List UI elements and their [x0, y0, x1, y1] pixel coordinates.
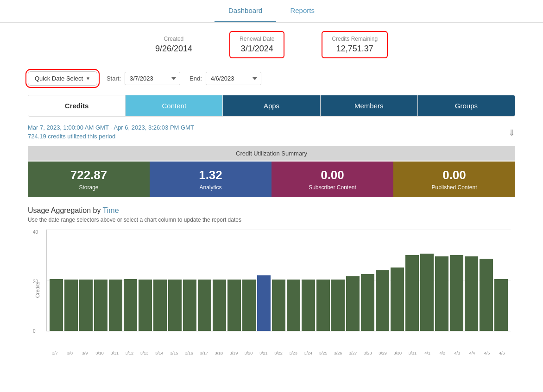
- bar-0[interactable]: [50, 279, 63, 331]
- tab-credits[interactable]: Credits: [28, 95, 126, 116]
- renewal-label: Renewal Date: [240, 36, 274, 42]
- x-label-11: 3/18: [212, 351, 226, 355]
- bar-11[interactable]: [213, 280, 226, 331]
- x-label-12: 3/19: [227, 351, 240, 355]
- x-label-23: 3/30: [391, 351, 404, 355]
- x-label-20: 3/27: [346, 351, 360, 355]
- bar-29[interactable]: [480, 259, 493, 331]
- bar-20[interactable]: [346, 276, 360, 331]
- quick-date-label: Quick Date Select: [35, 75, 83, 82]
- bar-28[interactable]: [465, 256, 478, 331]
- bar-26[interactable]: [435, 256, 448, 331]
- x-label-26: 4/2: [436, 351, 449, 355]
- x-label-24: 3/31: [406, 351, 419, 355]
- end-date-select[interactable]: 4/6/2023: [206, 72, 261, 85]
- bar-9[interactable]: [183, 280, 196, 331]
- tab-reports[interactable]: Reports: [276, 0, 328, 22]
- bar-7[interactable]: [153, 280, 167, 331]
- bar-3[interactable]: [94, 280, 107, 331]
- credit-box-published: 0.00 Published Content: [393, 162, 515, 197]
- x-label-15: 3/22: [272, 351, 285, 355]
- x-label-9: 3/16: [182, 351, 196, 355]
- credit-box-subscriber: 0.00 Subscriber Content: [272, 162, 393, 197]
- x-label-27: 4/3: [450, 351, 464, 355]
- content-tabs-bar: Credits Content Apps Members Groups: [28, 95, 515, 117]
- credits-utilized: 724.19 credits utilized this period: [28, 133, 515, 140]
- bar-25[interactable]: [420, 254, 434, 331]
- x-label-8: 3/15: [167, 351, 181, 355]
- bar-27[interactable]: [450, 255, 463, 331]
- chart-title-part2: Time: [103, 206, 119, 214]
- bar-1[interactable]: [64, 280, 78, 331]
- y-label-0: 0: [33, 329, 38, 334]
- x-label-28: 4/4: [465, 351, 479, 355]
- bar-10[interactable]: [198, 280, 211, 331]
- x-label-3: 3/10: [93, 351, 106, 355]
- x-label-13: 3/20: [242, 351, 255, 355]
- download-icon[interactable]: ⇓: [508, 128, 515, 138]
- end-date-group: End: 4/6/2023: [189, 72, 261, 85]
- bar-2[interactable]: [79, 280, 93, 331]
- published-label: Published Content: [398, 184, 511, 191]
- tab-members[interactable]: Members: [321, 95, 418, 116]
- bar-24[interactable]: [405, 255, 419, 331]
- x-label-6: 3/13: [138, 351, 151, 355]
- main-content: Credits Content Apps Members Groups Mar …: [0, 95, 543, 355]
- y-label-40: 40: [33, 230, 38, 235]
- x-label-22: 3/29: [376, 351, 389, 355]
- x-label-2: 3/9: [78, 351, 91, 355]
- chart-inner: 40 20 0: [46, 230, 511, 331]
- start-date-select[interactable]: 3/7/2023: [125, 72, 180, 85]
- x-label-10: 3/17: [197, 351, 211, 355]
- bar-18[interactable]: [316, 280, 330, 331]
- start-label: Start:: [107, 75, 121, 82]
- tab-apps[interactable]: Apps: [223, 95, 320, 116]
- subscriber-value: 0.00: [276, 168, 389, 182]
- x-label-21: 3/28: [361, 351, 374, 355]
- bar-30[interactable]: [494, 279, 508, 331]
- x-label-7: 3/14: [152, 351, 166, 355]
- x-label-25: 4/1: [421, 351, 434, 355]
- credit-box-storage: 722.87 Storage: [28, 162, 150, 197]
- bar-4[interactable]: [109, 280, 122, 331]
- x-axis-labels: 3/73/83/93/103/113/123/133/143/153/163/1…: [46, 351, 511, 355]
- bar-23[interactable]: [391, 268, 404, 331]
- info-bar: Created 9/26/2014 Renewal Date 3/1/2024 …: [0, 23, 543, 67]
- bar-17[interactable]: [302, 280, 315, 331]
- chart-title: Usage Aggregation by Time: [28, 206, 515, 215]
- created-label: Created: [155, 36, 192, 42]
- bar-14[interactable]: [257, 275, 271, 331]
- created-value: 9/26/2014: [155, 44, 192, 54]
- bar-13[interactable]: [242, 280, 256, 331]
- x-label-16: 3/23: [287, 351, 300, 355]
- credits-remaining-info: Credits Remaining 12,751.37: [322, 31, 388, 58]
- created-info: Created 9/26/2014: [155, 36, 192, 54]
- start-date-group: Start: 3/7/2023: [107, 72, 180, 85]
- chart-title-part1: Usage Aggregation by: [28, 206, 103, 214]
- credit-boxes: 722.87 Storage 1.32 Analytics 0.00 Subsc…: [28, 162, 515, 197]
- bar-8[interactable]: [168, 280, 182, 331]
- bar-21[interactable]: [361, 274, 374, 331]
- bar-19[interactable]: [331, 280, 345, 331]
- bar-22[interactable]: [376, 270, 389, 331]
- bar-5[interactable]: [124, 279, 137, 331]
- x-label-5: 3/12: [123, 351, 136, 355]
- analytics-value: 1.32: [154, 168, 267, 182]
- x-label-18: 3/25: [316, 351, 330, 355]
- bar-16[interactable]: [287, 280, 300, 331]
- storage-value: 722.87: [32, 168, 145, 182]
- x-label-17: 3/24: [302, 351, 315, 355]
- bar-6[interactable]: [139, 280, 152, 331]
- chevron-down-icon: ▼: [86, 76, 90, 81]
- y-axis-labels: 40 20 0: [33, 230, 38, 331]
- date-selector-row: Quick Date Select ▼ Start: 3/7/2023 End:…: [0, 67, 543, 90]
- quick-date-select-button[interactable]: Quick Date Select ▼: [28, 71, 97, 86]
- credits-remaining-value: 12,751.37: [332, 44, 378, 54]
- analytics-label: Analytics: [154, 184, 267, 191]
- tab-content[interactable]: Content: [126, 95, 223, 116]
- tab-groups[interactable]: Groups: [418, 95, 515, 116]
- x-label-4: 3/11: [108, 351, 121, 355]
- bar-15[interactable]: [272, 280, 285, 331]
- tab-dashboard[interactable]: Dashboard: [215, 0, 276, 22]
- bar-12[interactable]: [227, 280, 241, 331]
